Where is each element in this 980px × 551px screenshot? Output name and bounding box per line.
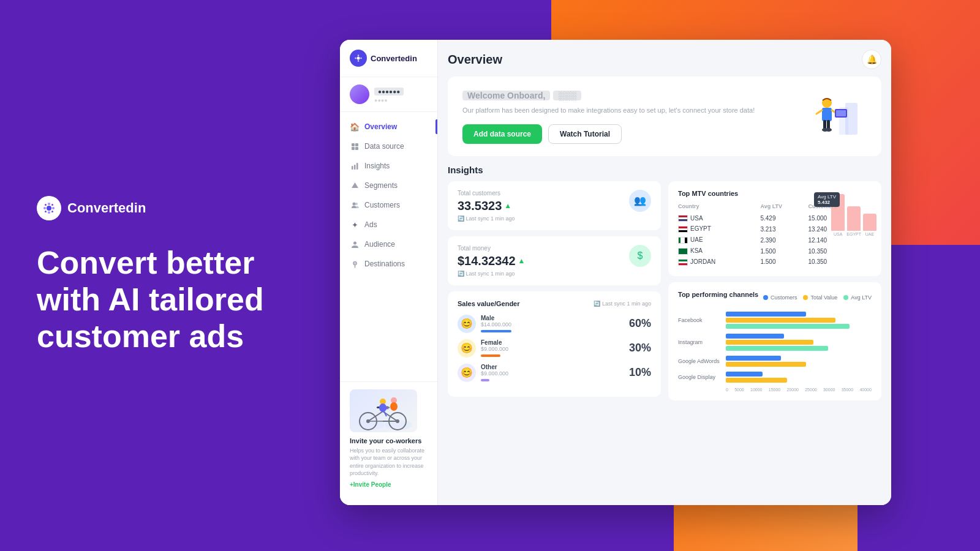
sales-card: Sales value/Gender 🔄 $14.000.000Last syn… (448, 291, 661, 397)
ads-icon: ✦ (350, 220, 360, 230)
total-money-label: Total money (458, 245, 525, 252)
sidebar-item-customers[interactable]: Customers (340, 195, 437, 215)
x-label-40k: 40000 (859, 388, 871, 392)
money-stat-icon: $ (629, 245, 651, 267)
svg-point-5 (45, 204, 47, 206)
legend-total-value: Total Value (803, 294, 837, 301)
bar-uae-rect (863, 214, 876, 231)
gd-bar-value (726, 378, 787, 383)
bar-egypt: EGYPT (846, 206, 861, 236)
other-info: 😊 Other $9.000.000 (458, 364, 508, 382)
home-icon: 🏠 (350, 122, 360, 132)
other-amount: $9.000.000 (481, 370, 508, 377)
total-money-card: Total money $14.32342 ▲ 🔄 Last sync 1 mi… (448, 236, 661, 285)
svg-rect-47 (845, 103, 858, 135)
other-label: Other (481, 364, 508, 370)
female-info: 😊 Female $9.000.000 (458, 339, 508, 358)
svg-rect-55 (836, 110, 846, 116)
x-label-15k: 15000 (769, 388, 780, 392)
other-pct: 10% (629, 366, 651, 379)
ltv-egypt: 3.213 (760, 223, 808, 234)
sidebar-label-data-source: Data source (364, 142, 404, 151)
channel-bars-adwords (726, 356, 872, 367)
col-avg-ltv: Avg LTV (760, 203, 808, 213)
svg-line-52 (816, 110, 822, 114)
table-row: JORDAN 1.500 10.350 (678, 257, 872, 268)
channel-row-display: Google Display (678, 372, 872, 383)
flag-ae (678, 237, 688, 244)
svg-point-0 (47, 206, 51, 211)
channels-card: Top performing channels Customers Total … (668, 282, 881, 400)
fb-bar-value (726, 318, 835, 323)
svg-point-21 (352, 202, 355, 205)
x-label-5k: 5000 (734, 388, 744, 392)
bar-usa-label: USA (834, 232, 842, 236)
country-bar-chart: USA EGYPT UAE Avg LTV5.432 (831, 193, 876, 242)
ltv-ksa: 1.500 (760, 246, 808, 257)
notification-icon[interactable]: 🔔 (862, 50, 881, 69)
country-ksa: KSA (678, 246, 760, 257)
total-money-value: $14.32342 ▲ (458, 254, 525, 268)
sidebar-header: Convertedin (340, 50, 437, 77)
data-source-icon (350, 141, 360, 151)
welcome-content: Welcome Onboard, ░░░ Our platform has be… (462, 89, 805, 144)
legend-avg-ltv: Avg LTV (843, 294, 872, 301)
x-label-10k: 10000 (750, 388, 762, 392)
fb-bar-customers (726, 312, 806, 317)
money-sync: 🔄 Last sync 1 min ago (458, 271, 525, 277)
channel-row-facebook: Facebook (678, 312, 872, 329)
sidebar-label-ads: Ads (364, 220, 377, 229)
svg-point-22 (355, 203, 358, 205)
svg-point-10 (358, 54, 359, 56)
svg-rect-49 (822, 108, 832, 121)
col-country: Country (678, 203, 760, 213)
male-label: Male (481, 315, 511, 321)
channel-name-instagram: Instagram (678, 339, 721, 345)
female-bar (481, 354, 500, 357)
aw-bar-value (726, 362, 806, 367)
svg-point-7 (45, 211, 47, 212)
flag-jo (678, 259, 688, 266)
channel-bars-display (726, 372, 872, 383)
channel-bars-instagram (726, 334, 872, 351)
watch-tutorial-button[interactable]: Watch Tutorial (548, 124, 622, 144)
sales-header: Sales value/Gender 🔄 $14.000.000Last syn… (458, 300, 651, 307)
sidebar-item-data-source[interactable]: Data source (340, 137, 437, 156)
sidebar-item-insights[interactable]: Insights (340, 156, 437, 176)
sidebar-user: ●●●●●● ●●●● (340, 77, 437, 112)
sidebar-invite-title: Invite your co-workers (350, 437, 428, 444)
sidebar-item-destinations[interactable]: Destinations (340, 254, 437, 274)
channel-name-facebook: Facebook (678, 317, 721, 323)
ig-bar-value (726, 340, 813, 345)
bar-uae: UAE (863, 214, 876, 236)
money-up-arrow: ▲ (518, 257, 526, 265)
sidebar-label-audience: Audience (364, 240, 395, 249)
sidebar-item-segments[interactable]: Segments (340, 176, 437, 195)
sidebar-label-overview: Overview (364, 122, 397, 131)
sidebar-item-audience[interactable]: Audience (340, 234, 437, 254)
ig-bar-customers (726, 334, 784, 339)
svg-point-6 (51, 204, 53, 206)
sidebar: Convertedin ●●●●●● ●●●● 🏠 Overview (340, 40, 438, 505)
sidebar-label-segments: Segments (364, 181, 398, 190)
sidebar-invite-link[interactable]: +Invite People (350, 481, 428, 488)
svg-rect-20 (356, 163, 358, 170)
add-data-source-button[interactable]: Add data source (462, 124, 542, 144)
svg-rect-14 (352, 143, 355, 146)
channels-title: Top performing channels (678, 291, 758, 298)
svg-point-11 (355, 58, 356, 59)
channels-legend: Customers Total Value Avg LTV (763, 294, 872, 301)
svg-point-25 (354, 263, 355, 264)
sidebar-nav: 🏠 Overview Data source (340, 112, 437, 381)
sidebar-item-overview[interactable]: 🏠 Overview (340, 117, 437, 137)
flag-us (678, 215, 688, 222)
main-content: Overview 🔔 Welcome Onboard, ░░░ Our plat… (438, 40, 891, 505)
female-label: Female (481, 339, 508, 346)
flag-eg (678, 226, 688, 233)
country-usa: USA (678, 213, 760, 224)
total-customers-info: Total customers 33.5323 ▲ 🔄 Last sync 1 … (458, 190, 515, 222)
other-avatar: 😊 (458, 364, 476, 382)
brand-logo-icon (37, 196, 61, 220)
sidebar-item-ads[interactable]: ✦ Ads (340, 215, 437, 234)
gd-bar-customers (726, 372, 763, 377)
